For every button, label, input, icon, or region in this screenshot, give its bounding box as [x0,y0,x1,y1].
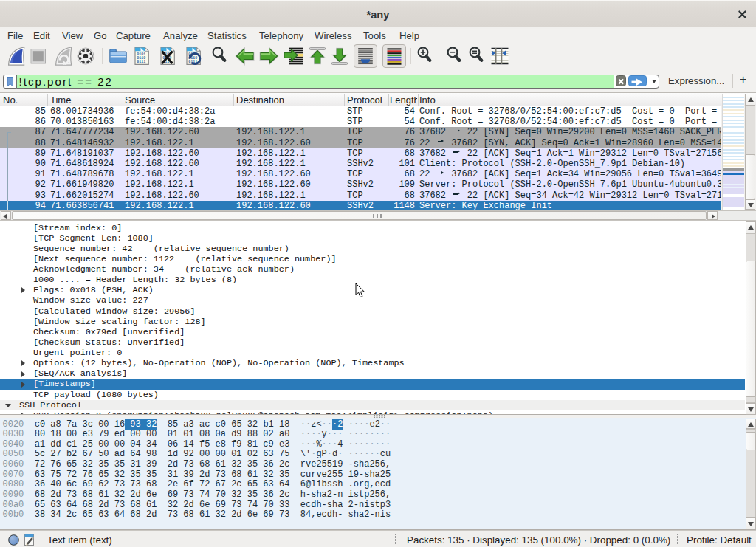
svg-text:0111: 0111 [137,60,145,64]
